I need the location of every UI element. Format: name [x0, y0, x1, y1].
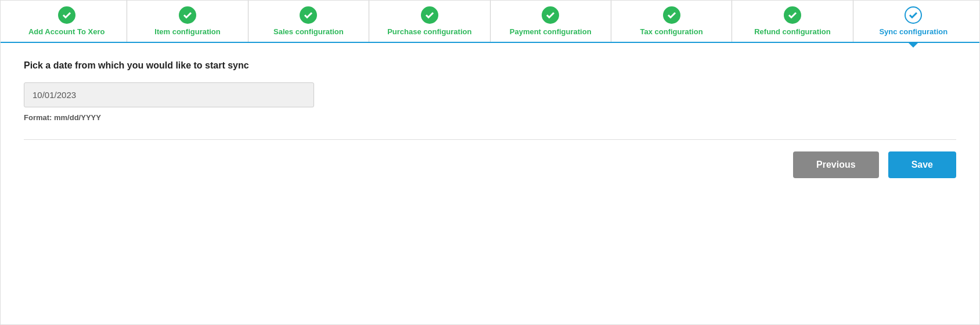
step-label-sales-config: Sales configuration [273, 27, 344, 37]
step-circle-purchase-config [421, 6, 438, 24]
step-tax-config[interactable]: Tax configuration [611, 1, 732, 42]
section-title: Pick a date from which you would like to… [24, 60, 956, 71]
step-circle-tax-config [663, 6, 680, 24]
step-add-account[interactable]: Add Account To Xero [6, 1, 127, 42]
button-row: Previous Save [24, 151, 956, 190]
step-circle-payment-config [542, 6, 559, 24]
stepper: Add Account To XeroItem configurationSal… [1, 1, 979, 43]
page-wrapper: Add Account To XeroItem configurationSal… [0, 0, 980, 325]
save-button[interactable]: Save [888, 151, 956, 178]
divider [24, 139, 956, 140]
step-label-refund-config: Refund configuration [754, 27, 830, 37]
step-refund-config[interactable]: Refund configuration [732, 1, 853, 42]
step-circle-sync-config [905, 6, 922, 24]
date-input[interactable] [24, 82, 314, 107]
step-purchase-config[interactable]: Purchase configuration [369, 1, 490, 42]
step-circle-refund-config [784, 6, 801, 24]
step-label-tax-config: Tax configuration [640, 27, 703, 37]
step-label-add-account: Add Account To Xero [28, 27, 105, 37]
format-hint: Format: mm/dd/YYYY [24, 113, 956, 122]
step-sales-config[interactable]: Sales configuration [248, 1, 369, 42]
step-circle-item-config [179, 6, 196, 24]
step-circle-add-account [58, 6, 75, 24]
previous-button[interactable]: Previous [793, 151, 879, 178]
step-payment-config[interactable]: Payment configuration [491, 1, 611, 42]
step-label-payment-config: Payment configuration [510, 27, 592, 37]
step-label-purchase-config: Purchase configuration [387, 27, 471, 37]
step-item-config[interactable]: Item configuration [127, 1, 248, 42]
step-label-sync-config: Sync configuration [879, 27, 947, 37]
step-label-item-config: Item configuration [154, 27, 220, 37]
active-step-indicator [907, 42, 919, 48]
step-sync-config[interactable]: Sync configuration [853, 1, 974, 42]
step-circle-sales-config [300, 6, 317, 24]
content-area: Pick a date from which you would like to… [1, 43, 979, 201]
